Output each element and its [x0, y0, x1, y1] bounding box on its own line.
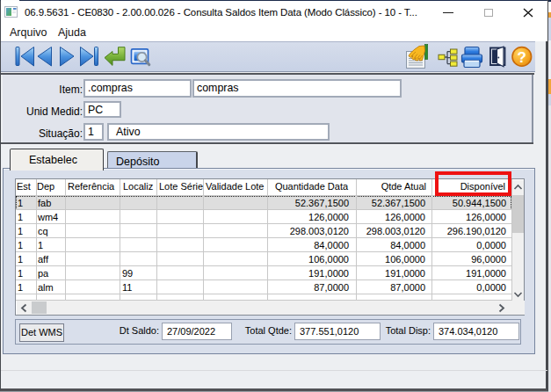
svg-text:?: ?: [518, 49, 526, 66]
